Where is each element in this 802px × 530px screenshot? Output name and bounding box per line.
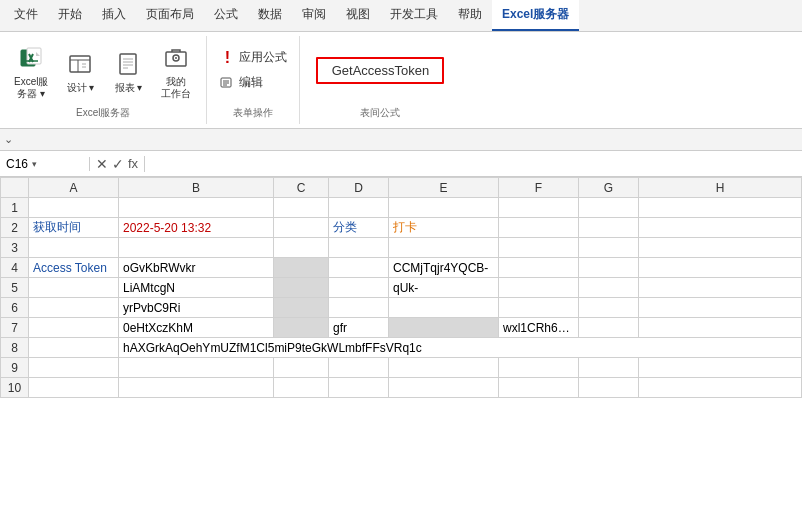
col-header-c[interactable]: C [274,178,329,198]
cell-f2[interactable] [499,218,579,238]
get-access-token-button[interactable]: GetAccessToken [316,57,444,84]
cell-f1[interactable] [499,198,579,218]
cell-b3[interactable] [119,238,274,258]
ribbon-item-report[interactable]: 报表 ▾ [106,46,150,96]
cell-d2[interactable]: 分类 [329,218,389,238]
cell-b1[interactable] [119,198,274,218]
apply-formula-cmd[interactable]: ! 应用公式 [215,47,291,68]
cell-b8[interactable]: hAXGrkAqOehYmUZfM1Cl5miP9teGkWLmbfFFsVRq… [119,338,802,358]
cell-a9[interactable] [29,358,119,378]
cell-h1[interactable] [639,198,802,218]
tab-data[interactable]: 数据 [248,0,292,31]
cell-b9[interactable] [119,358,274,378]
tab-view[interactable]: 视图 [336,0,380,31]
cell-reference-box[interactable]: C16 ▾ [0,157,90,171]
cell-c5[interactable] [274,278,329,298]
ribbon-item-excel-server[interactable]: Excel服务器 ▾ [8,40,54,102]
cell-a4[interactable]: Access Token [29,258,119,278]
cell-f5[interactable] [499,278,579,298]
formula-input[interactable] [145,157,802,171]
cell-c3[interactable] [274,238,329,258]
confirm-formula-icon[interactable]: ✓ [112,156,124,172]
tab-insert[interactable]: 插入 [92,0,136,31]
tab-file[interactable]: 文件 [4,0,48,31]
cell-a7[interactable] [29,318,119,338]
cell-h9[interactable] [639,358,802,378]
cell-c6[interactable] [274,298,329,318]
cell-d1[interactable] [329,198,389,218]
cell-c9[interactable] [274,358,329,378]
col-header-g[interactable]: G [579,178,639,198]
cell-a2[interactable]: 获取时间 [29,218,119,238]
cell-a3[interactable] [29,238,119,258]
col-header-e[interactable]: E [389,178,499,198]
cell-c10[interactable] [274,378,329,398]
cell-h2[interactable] [639,218,802,238]
cell-g3[interactable] [579,238,639,258]
cell-a5[interactable] [29,278,119,298]
cell-f7[interactable]: wxl1CRh613Q1 [499,318,579,338]
cell-d10[interactable] [329,378,389,398]
tab-dev-tools[interactable]: 开发工具 [380,0,448,31]
cell-c2[interactable] [274,218,329,238]
cell-h3[interactable] [639,238,802,258]
cell-e4[interactable]: CCMjTqjr4YQCB- [389,258,499,278]
cell-f6[interactable] [499,298,579,318]
cell-a10[interactable] [29,378,119,398]
cell-g9[interactable] [579,358,639,378]
tab-help[interactable]: 帮助 [448,0,492,31]
cell-ref-dropdown[interactable]: ▾ [32,159,37,169]
cell-a6[interactable] [29,298,119,318]
cell-b4[interactable]: oGvKbRWvkr [119,258,274,278]
cell-e7[interactable] [389,318,499,338]
cell-g10[interactable] [579,378,639,398]
cell-e3[interactable] [389,238,499,258]
cell-f10[interactable] [499,378,579,398]
cell-h10[interactable] [639,378,802,398]
cell-c7[interactable] [274,318,329,338]
cell-g2[interactable] [579,218,639,238]
cell-b7[interactable]: 0eHtXczKhM [119,318,274,338]
cell-f9[interactable] [499,358,579,378]
tab-page-layout[interactable]: 页面布局 [136,0,204,31]
cell-e1[interactable] [389,198,499,218]
col-header-d[interactable]: D [329,178,389,198]
cell-e5[interactable]: qUk- [389,278,499,298]
cell-g5[interactable] [579,278,639,298]
cell-e9[interactable] [389,358,499,378]
ribbon-item-design[interactable]: 设计 ▾ [58,46,102,96]
cancel-formula-icon[interactable]: ✕ [96,156,108,172]
cell-f3[interactable] [499,238,579,258]
cell-g7[interactable] [579,318,639,338]
cell-h7[interactable] [639,318,802,338]
cell-b2[interactable]: 2022-5-20 13:32 [119,218,274,238]
cell-e10[interactable] [389,378,499,398]
col-header-f[interactable]: F [499,178,579,198]
cell-d4[interactable] [329,258,389,278]
cell-b10[interactable] [119,378,274,398]
insert-function-icon[interactable]: fx [128,156,138,171]
cell-h4[interactable] [639,258,802,278]
cell-d3[interactable] [329,238,389,258]
cell-b6[interactable]: yrPvbC9Ri [119,298,274,318]
cell-h5[interactable] [639,278,802,298]
cell-d5[interactable] [329,278,389,298]
cell-c4[interactable] [274,258,329,278]
cell-d6[interactable] [329,298,389,318]
cell-g4[interactable] [579,258,639,278]
tab-excel-server[interactable]: Excel服务器 [492,0,579,31]
cell-b5[interactable]: LiAMtcgN [119,278,274,298]
col-header-b[interactable]: B [119,178,274,198]
cell-e6[interactable] [389,298,499,318]
cell-g6[interactable] [579,298,639,318]
cell-e2[interactable]: 打卡 [389,218,499,238]
tab-start[interactable]: 开始 [48,0,92,31]
tab-review[interactable]: 审阅 [292,0,336,31]
cell-h6[interactable] [639,298,802,318]
tab-formula[interactable]: 公式 [204,0,248,31]
edit-cmd[interactable]: 编辑 [215,72,291,93]
quick-access-chevron[interactable]: ⌄ [4,133,13,146]
cell-d9[interactable] [329,358,389,378]
cell-a1[interactable] [29,198,119,218]
cell-f4[interactable] [499,258,579,278]
